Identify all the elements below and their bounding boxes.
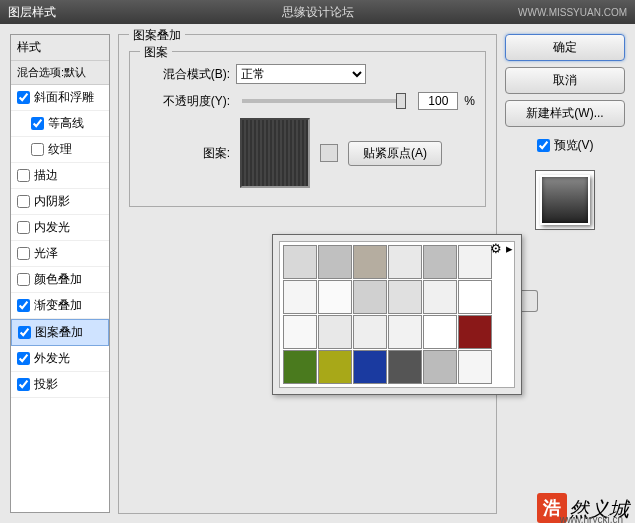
swatch-20[interactable] <box>353 350 387 384</box>
opacity-input[interactable] <box>418 92 458 110</box>
swatch-5[interactable] <box>458 245 492 279</box>
ok-button[interactable]: 确定 <box>505 34 625 61</box>
sidebar-checkbox[interactable] <box>17 91 30 104</box>
pattern-inner-group: 图案 混合模式(B): 正常 不透明度(Y): % 图案: <box>129 51 486 207</box>
sidebar-item-label: 内发光 <box>34 219 70 236</box>
sidebar-item-label: 投影 <box>34 376 58 393</box>
sidebar-item-label: 内阴影 <box>34 193 70 210</box>
swatch-14[interactable] <box>353 315 387 349</box>
new-preset-icon[interactable] <box>320 144 338 162</box>
swatch-2[interactable] <box>353 245 387 279</box>
swatch-19[interactable] <box>318 350 352 384</box>
swatch-8[interactable] <box>353 280 387 314</box>
sidebar-checkbox[interactable] <box>17 247 30 260</box>
window-title: 图层样式 <box>8 4 518 21</box>
sidebar-item-label: 纹理 <box>48 141 72 158</box>
sidebar-item-1[interactable]: 等高线 <box>11 111 109 137</box>
pattern-preview[interactable] <box>240 118 310 188</box>
sidebar-item-9[interactable]: 图案叠加 <box>11 319 109 346</box>
swatch-23[interactable] <box>458 350 492 384</box>
sidebar-checkbox[interactable] <box>17 195 30 208</box>
sidebar-checkbox[interactable] <box>18 326 31 339</box>
sidebar-item-label: 渐变叠加 <box>34 297 82 314</box>
sidebar-checkbox[interactable] <box>17 299 30 312</box>
sidebar-item-label: 等高线 <box>48 115 84 132</box>
preview-checkbox[interactable] <box>537 139 550 152</box>
swatch-21[interactable] <box>388 350 422 384</box>
inner-title: 图案 <box>140 44 172 61</box>
swatch-9[interactable] <box>388 280 422 314</box>
swatch-3[interactable] <box>388 245 422 279</box>
sidebar-checkbox[interactable] <box>17 378 30 391</box>
swatch-22[interactable] <box>423 350 457 384</box>
sidebar-item-0[interactable]: 斜面和浮雕 <box>11 85 109 111</box>
sidebar-item-5[interactable]: 内发光 <box>11 215 109 241</box>
sidebar-item-label: 图案叠加 <box>35 324 83 341</box>
new-style-button[interactable]: 新建样式(W)... <box>505 100 625 127</box>
sidebar-item-6[interactable]: 光泽 <box>11 241 109 267</box>
cancel-button[interactable]: 取消 <box>505 67 625 94</box>
sidebar-checkbox[interactable] <box>31 117 44 130</box>
sidebar-checkbox[interactable] <box>17 352 30 365</box>
forum-name: 思缘设计论坛 <box>282 4 354 21</box>
swatch-15[interactable] <box>388 315 422 349</box>
swatch-13[interactable] <box>318 315 352 349</box>
gear-icon[interactable]: ⚙ ▸ <box>490 241 513 256</box>
opacity-label: 不透明度(Y): <box>140 93 230 110</box>
swatch-18[interactable] <box>283 350 317 384</box>
sidebar-item-label: 描边 <box>34 167 58 184</box>
slider-thumb[interactable] <box>396 93 406 109</box>
sidebar-item-3[interactable]: 描边 <box>11 163 109 189</box>
swatch-4[interactable] <box>423 245 457 279</box>
styles-sidebar: 样式 混合选项:默认 斜面和浮雕等高线纹理描边内阴影内发光光泽颜色叠加渐变叠加图… <box>10 34 110 513</box>
sidebar-item-2[interactable]: 纹理 <box>11 137 109 163</box>
sidebar-checkbox[interactable] <box>17 221 30 234</box>
preview-label: 预览(V) <box>554 137 594 154</box>
pattern-swatches <box>279 241 515 388</box>
main-panel: 图案叠加 图案 混合模式(B): 正常 不透明度(Y): % 图案: <box>118 34 497 513</box>
sidebar-item-label: 光泽 <box>34 245 58 262</box>
sidebar-blend-options[interactable]: 混合选项:默认 <box>11 61 109 85</box>
swatch-7[interactable] <box>318 280 352 314</box>
sidebar-header[interactable]: 样式 <box>11 35 109 61</box>
swatch-10[interactable] <box>423 280 457 314</box>
swatch-6[interactable] <box>283 280 317 314</box>
sidebar-item-7[interactable]: 颜色叠加 <box>11 267 109 293</box>
sidebar-checkbox[interactable] <box>31 143 44 156</box>
sidebar-item-label: 斜面和浮雕 <box>34 89 94 106</box>
pattern-label: 图案: <box>140 145 230 162</box>
swatch-16[interactable] <box>423 315 457 349</box>
blend-mode-label: 混合模式(B): <box>140 66 230 83</box>
swatch-0[interactable] <box>283 245 317 279</box>
swatch-17[interactable] <box>458 315 492 349</box>
watermark: 浩 然义城 www.hryckj.cn <box>537 493 629 523</box>
forum-url: WWW.MISSYUAN.COM <box>518 7 627 18</box>
opacity-unit: % <box>464 94 475 108</box>
swatch-1[interactable] <box>318 245 352 279</box>
swatch-12[interactable] <box>283 315 317 349</box>
sidebar-checkbox[interactable] <box>17 169 30 182</box>
sidebar-item-label: 外发光 <box>34 350 70 367</box>
group-title: 图案叠加 <box>129 27 185 44</box>
swatch-11[interactable] <box>458 280 492 314</box>
snap-origin-button[interactable]: 贴紧原点(A) <box>348 141 442 166</box>
pattern-picker-popup: ⚙ ▸ <box>272 234 522 395</box>
opacity-slider[interactable] <box>242 99 406 103</box>
sidebar-checkbox[interactable] <box>17 273 30 286</box>
right-panel: 确定 取消 新建样式(W)... 预览(V) <box>505 34 625 513</box>
sidebar-item-label: 颜色叠加 <box>34 271 82 288</box>
blend-mode-select[interactable]: 正常 <box>236 64 366 84</box>
watermark-url: www.hryckj.cn <box>560 514 623 523</box>
layer-style-dialog: 图层样式 思缘设计论坛 WWW.MISSYUAN.COM 样式 混合选项:默认 … <box>0 0 635 523</box>
sidebar-item-10[interactable]: 外发光 <box>11 346 109 372</box>
preview-thumbnail <box>535 170 595 230</box>
titlebar[interactable]: 图层样式 思缘设计论坛 WWW.MISSYUAN.COM <box>0 0 635 24</box>
sidebar-item-11[interactable]: 投影 <box>11 372 109 398</box>
sidebar-item-4[interactable]: 内阴影 <box>11 189 109 215</box>
sidebar-item-8[interactable]: 渐变叠加 <box>11 293 109 319</box>
